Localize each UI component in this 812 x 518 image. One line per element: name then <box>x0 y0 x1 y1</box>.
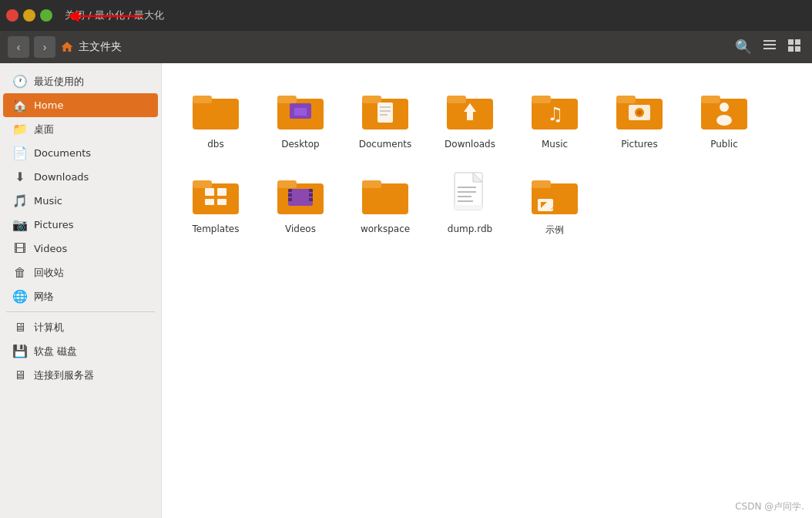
home-sidebar-icon: 🏠 <box>12 98 28 113</box>
home-icon <box>60 40 74 54</box>
back-button[interactable]: ‹ <box>8 36 29 58</box>
svg-rect-7 <box>788 46 794 52</box>
file-item-public[interactable]: Public <box>686 79 763 156</box>
sidebar-item-documents[interactable]: 📄 Documents <box>0 141 161 165</box>
file-label-pictures: Pictures <box>621 139 658 150</box>
folder-workspace-icon <box>361 170 410 219</box>
svg-rect-37 <box>193 180 212 188</box>
sidebar-item-computer[interactable]: 🖥 计算机 <box>0 315 161 339</box>
sidebar-item-downloads[interactable]: ⬇ Downloads <box>0 165 161 189</box>
computer-icon: 🖥 <box>12 320 28 335</box>
svg-rect-50 <box>309 198 313 201</box>
downloads-icon: ⬇ <box>12 170 28 184</box>
file-item-music[interactable]: ♫ Music <box>516 79 593 156</box>
svg-rect-48 <box>309 189 313 192</box>
file-item-pictures[interactable]: Pictures <box>601 79 678 156</box>
sidebar-item-pictures[interactable]: 📷 Pictures <box>0 213 161 237</box>
titlebar: 关闭 / 最小化 / 最大化 <box>0 0 812 31</box>
sidebar-item-home[interactable]: 🏠 Home <box>3 93 158 117</box>
list-view-icon <box>763 39 777 52</box>
sidebar-item-videos[interactable]: 🎞 Videos <box>0 237 161 261</box>
sidebar-label-computer: 计算机 <box>34 321 64 335</box>
toolbar: ‹ › 主文件夹 🔍 <box>0 31 812 63</box>
file-item-desktop[interactable]: Desktop <box>262 79 339 156</box>
sidebar-label-music: Music <box>34 195 62 207</box>
file-dump-icon <box>445 170 495 219</box>
sidebar-item-trash[interactable]: 🗑 回收站 <box>0 261 161 284</box>
sidebar-item-desktop[interactable]: 📁 桌面 <box>0 117 161 141</box>
titlebar-text: 关闭 / 最小化 / 最大化 <box>65 8 164 22</box>
svg-rect-22 <box>447 96 466 103</box>
file-item-workspace[interactable]: workspace <box>347 163 424 243</box>
svg-rect-59 <box>455 205 482 210</box>
grid-view-button[interactable] <box>784 35 804 59</box>
close-button[interactable] <box>6 9 18 22</box>
file-label-videos: Videos <box>285 224 316 234</box>
svg-rect-41 <box>217 199 226 205</box>
folder-desktop-icon <box>276 85 325 134</box>
sidebar-item-network[interactable]: 🌐 网络 <box>0 284 161 308</box>
svg-rect-46 <box>288 193 292 197</box>
sidebar-label-downloads: Downloads <box>34 171 89 183</box>
svg-rect-61 <box>532 180 551 188</box>
pictures-icon: 📷 <box>12 217 28 232</box>
list-view-button[interactable] <box>760 35 780 59</box>
svg-text:♫: ♫ <box>547 103 564 125</box>
sidebar-label-server: 连接到服务器 <box>34 368 94 382</box>
svg-rect-56 <box>458 191 476 193</box>
file-item-documents[interactable]: Documents <box>347 79 424 156</box>
file-label-dbs: dbs <box>207 139 224 150</box>
svg-point-35 <box>716 115 732 126</box>
sidebar-label-documents: Documents <box>34 147 91 159</box>
forward-button[interactable]: › <box>34 36 55 58</box>
file-item-dump[interactable]: dump.rdb <box>431 163 508 243</box>
trash-icon: 🗑 <box>12 265 28 280</box>
sidebar-item-music[interactable]: 🎵 Music <box>0 189 161 213</box>
folder-videos-icon <box>276 170 325 219</box>
svg-rect-14 <box>294 108 307 116</box>
file-item-templates[interactable]: Templates <box>177 163 254 243</box>
svg-rect-52 <box>362 180 381 188</box>
file-item-example[interactable]: ↗ 示例 <box>516 163 593 243</box>
file-area: dbs Desktop <box>162 63 812 518</box>
location-text: 主文件夹 <box>79 40 122 54</box>
svg-rect-2 <box>763 40 776 42</box>
svg-rect-38 <box>205 188 214 196</box>
grid-view-icon <box>787 39 801 52</box>
folder-dbs-icon <box>191 85 240 134</box>
file-item-downloads[interactable]: Downloads <box>431 79 508 156</box>
sidebar-item-floppy[interactable]: 💾 软盘 磁盘 <box>0 339 161 363</box>
sidebar-item-recent[interactable]: 🕐 最近使用的 <box>0 69 161 93</box>
file-grid: dbs Desktop <box>177 79 797 243</box>
svg-rect-20 <box>380 114 388 116</box>
svg-rect-4 <box>763 48 776 49</box>
file-label-desktop: Desktop <box>281 139 320 150</box>
svg-rect-25 <box>532 96 551 103</box>
network-icon: 🌐 <box>12 289 28 304</box>
maximize-button[interactable] <box>40 9 52 22</box>
file-label-workspace: workspace <box>361 224 410 234</box>
file-label-downloads: Downloads <box>445 139 495 150</box>
sidebar-label-videos: Videos <box>34 243 67 254</box>
svg-rect-8 <box>795 46 800 52</box>
svg-rect-3 <box>763 44 776 45</box>
svg-rect-12 <box>277 96 297 103</box>
svg-rect-47 <box>288 198 292 201</box>
svg-point-34 <box>720 103 729 112</box>
search-button[interactable]: 🔍 <box>732 35 755 59</box>
file-item-dbs[interactable]: dbs <box>177 79 254 156</box>
sidebar-label-desktop: 桌面 <box>34 123 54 136</box>
svg-rect-43 <box>277 180 297 188</box>
floppy-icon: 💾 <box>12 344 28 358</box>
sidebar-item-server[interactable]: 🖥 连接到服务器 <box>0 363 161 387</box>
minimize-button[interactable] <box>23 9 35 22</box>
desktop-icon: 📁 <box>12 122 28 136</box>
sidebar-label-trash: 回收站 <box>34 266 64 280</box>
svg-rect-10 <box>193 96 212 103</box>
file-item-videos[interactable]: Videos <box>262 163 339 243</box>
svg-rect-5 <box>788 39 794 45</box>
folder-downloads-icon <box>445 85 495 134</box>
videos-icon: 🎞 <box>12 241 28 256</box>
svg-rect-40 <box>205 199 214 205</box>
documents-icon: 📄 <box>12 146 28 160</box>
